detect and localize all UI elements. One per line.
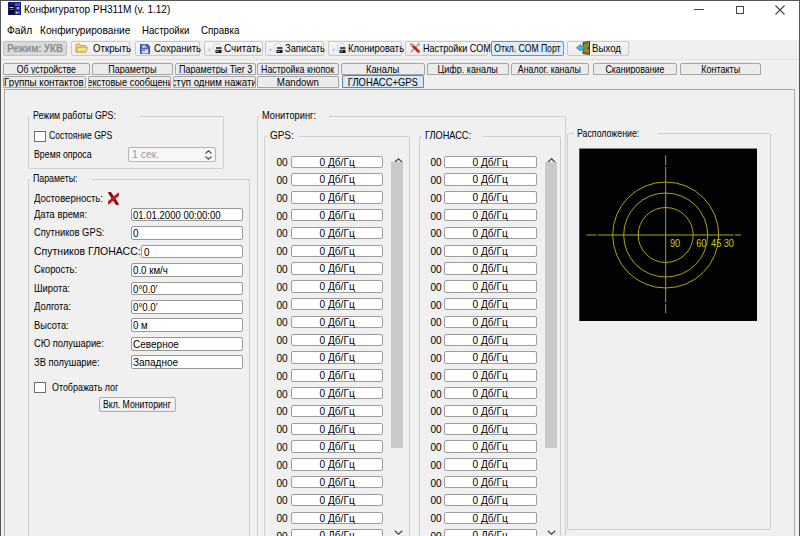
svg-text:45: 45 xyxy=(711,238,721,249)
svg-text:60: 60 xyxy=(696,238,706,249)
svg-text:30: 30 xyxy=(724,238,734,249)
svg-text:90: 90 xyxy=(670,238,680,249)
